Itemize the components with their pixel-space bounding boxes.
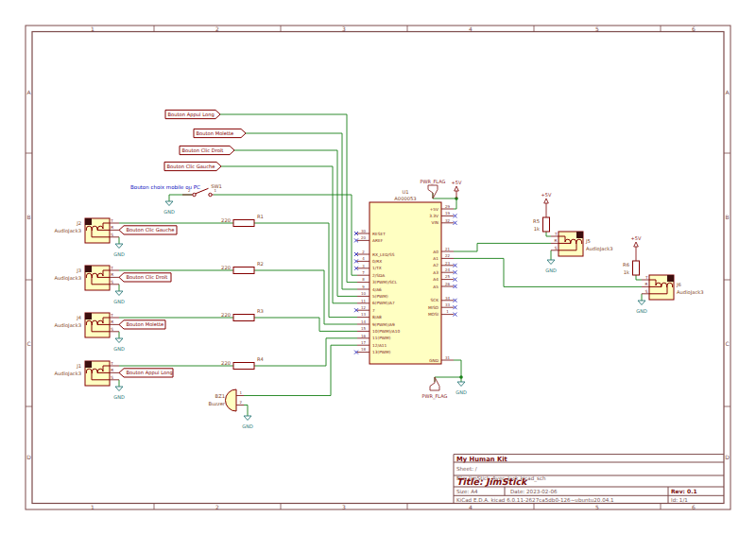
resistor-body[interactable]	[633, 261, 640, 275]
ic-u1-arduino-micro[interactable]: U1 A000053 30RESET20AREF2RX_LED/SS40/RX3…	[354, 189, 457, 365]
gnd-symbol[interactable]: GND	[113, 244, 125, 257]
audio-jack-j3[interactable]: TRSJ3AudioJack3Bouton Clic Droit	[54, 266, 171, 290]
resistor-body[interactable]	[233, 220, 254, 227]
switch-contact	[193, 193, 196, 196]
global-label-text: Bouton Appui Long	[168, 112, 215, 118]
resistor-reference: R5	[533, 218, 540, 224]
ic-pin-number: 23	[445, 261, 451, 266]
schematic-canvas[interactable]: 112233445566AABBCCDD My Human Kit Sheet:…	[0, 0, 756, 535]
jack-sleeve-mark	[576, 232, 583, 238]
audio-jack-j6[interactable]: TRSJ6AudioJack3	[642, 275, 704, 300]
resistor-reference: R1	[257, 214, 264, 219]
jack-pin-name: T	[644, 275, 648, 280]
global-label-appui-long[interactable]: Bouton Appui Long	[165, 110, 220, 118]
buzzer-shape[interactable]	[226, 389, 237, 411]
gnd-icon	[115, 244, 123, 249]
plus5v-symbol[interactable]: +5V	[631, 235, 642, 262]
audio-jack-j2[interactable]: TRSJ2AudioJack3Bouton Clic Gauche	[54, 218, 177, 243]
pwr-flag-symbol[interactable]: PWR_FLAG	[421, 179, 446, 199]
ic-pin-number: 16	[361, 334, 367, 338]
resistor-r5[interactable]: R51k	[533, 217, 549, 232]
ic-pin-name: A3	[433, 270, 438, 275]
frame-row-ref: D	[26, 454, 31, 460]
jack-sleeve-mark	[85, 361, 92, 368]
audio-jack-j4[interactable]: TRSJ4AudioJack3Bouton Molette	[54, 313, 165, 337]
global-label-clic-droit[interactable]: Bouton Clic Droit	[180, 146, 234, 154]
gnd-symbol[interactable]: GND	[545, 260, 557, 273]
ic-pin-name: 7	[372, 308, 375, 313]
gnd-symbol[interactable]: GND	[455, 382, 467, 395]
jack-reference: J4	[76, 315, 82, 321]
jack-pin-name: R	[555, 238, 558, 243]
resistor-body[interactable]	[233, 315, 254, 321]
gnd-icon	[115, 387, 123, 391]
ic-pin-name: 3(PWM)/SCL	[372, 280, 398, 285]
resistor-r4[interactable]: R4220	[221, 356, 265, 370]
frame-column-ref: 3	[342, 504, 346, 510]
switch-contact	[209, 193, 212, 196]
ic-pin-name: SCK	[430, 298, 438, 302]
resistor-body[interactable]	[543, 217, 550, 232]
jack-pin-name: R	[111, 319, 113, 324]
jack-pin-name: T	[110, 218, 113, 223]
frame-column-ref: 4	[469, 504, 472, 510]
no-connect-icon	[454, 305, 457, 309]
jack-pin-name: R	[111, 272, 113, 277]
ic-pin-number: 19	[445, 211, 451, 216]
date-label: Date: 2023-02-06	[510, 489, 558, 494]
jack-sleeve-mark	[667, 275, 674, 282]
ic-pin-name: MOSI	[428, 312, 438, 317]
frame-column-ref: 4	[469, 26, 472, 32]
frame-column-ref: 3	[342, 26, 346, 32]
jack-value: AudioJack3	[54, 275, 81, 282]
jack-sleeve-mark	[85, 313, 92, 319]
gnd-symbol[interactable]: GND	[163, 201, 175, 215]
resistor-r3[interactable]: R3220	[221, 308, 264, 321]
ic-pin-number: 11	[361, 299, 367, 303]
global-label-molette[interactable]: Bouton Molette	[194, 129, 246, 137]
global-label-text: Bouton Clic Droit	[182, 147, 224, 153]
ic-pin-number: 12	[361, 305, 367, 310]
resistor-body[interactable]	[233, 363, 254, 370]
resistor-reference: R6	[623, 262, 629, 268]
gnd-symbol[interactable]: GND	[242, 416, 253, 429]
ic-reference: U1	[402, 189, 408, 195]
pwr-flag-symbol[interactable]: PWR_FLAG	[422, 377, 448, 400]
frame-row-ref: A	[725, 89, 730, 95]
ic-pin-name: 2/SDA	[372, 273, 385, 278]
plus5v-symbol[interactable]: +5V	[541, 192, 552, 218]
ic-pin-number: 17	[361, 340, 367, 345]
audio-jack-j1[interactable]: TRSJ1AudioJack3Bouton Appui Long	[54, 361, 173, 386]
frame-column-ref: 5	[595, 504, 599, 510]
jack-pin-name: T	[554, 232, 558, 236]
ic-pin-number: 30	[361, 229, 367, 233]
gnd-symbol[interactable]: GND	[113, 338, 125, 352]
gnd-icon	[115, 291, 123, 296]
ic-pin-name: RESET	[372, 232, 386, 236]
resistor-r1[interactable]: R1220	[221, 214, 264, 227]
buzzer-pin1-number: 1	[240, 390, 243, 395]
ic-pin-number: 8	[362, 277, 365, 282]
global-label-text: Bouton Molette	[197, 130, 234, 136]
jack-reference: J6	[676, 282, 681, 288]
plus5v-label: +5V	[452, 180, 462, 185]
gnd-symbol[interactable]: GND	[113, 387, 125, 400]
ic-pin-number: 34	[445, 296, 451, 301]
global-label-clic-gauche[interactable]: Bouton Clic Gauche	[164, 162, 221, 170]
ic-pin-name: 13(PWM)	[372, 350, 391, 354]
ic-pin-number: 15	[361, 326, 367, 331]
gnd-symbol[interactable]: GND	[113, 291, 125, 304]
jack-pin-name: S	[111, 233, 113, 237]
resistor-r2[interactable]: R2220	[221, 261, 264, 274]
plus5v-symbol[interactable]: +5V	[452, 180, 462, 199]
resistor-r6[interactable]: R61k	[623, 261, 639, 275]
audio-jack-j5[interactable]: TRSJ5AudioJack3	[551, 232, 613, 256]
buzzer-bz1[interactable]: 1 2 BZ1 Buzzer	[208, 389, 244, 411]
gnd-symbol[interactable]: GND	[636, 301, 647, 314]
ic-pin-number: 9	[362, 285, 365, 289]
resistor-value: 220	[221, 217, 231, 223]
ic-pin-number: 4	[362, 256, 365, 261]
jack-value: AudioJack3	[54, 371, 81, 377]
resistor-body[interactable]	[233, 268, 254, 274]
frame-row-ref: B	[725, 214, 729, 220]
